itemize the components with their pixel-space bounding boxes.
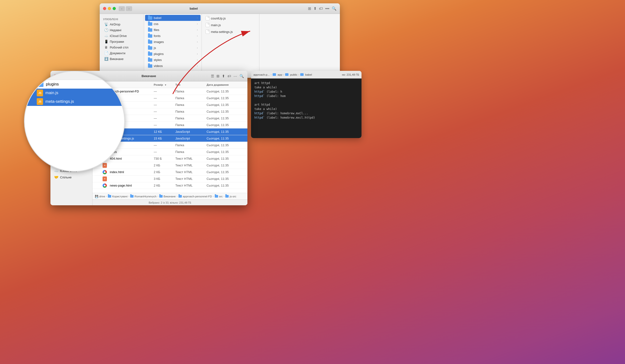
close-button-back[interactable] <box>103 7 106 10</box>
fullscreen-button-back[interactable] <box>113 7 116 10</box>
back-col1-videos[interactable]: videos › <box>145 63 201 69</box>
file-type: Папка <box>175 123 207 127</box>
sidebar-recent-back[interactable]: 🕐 Недавні <box>101 27 143 33</box>
file-type: Папка <box>175 150 207 154</box>
list-view-icon[interactable]: ☰ <box>211 74 214 78</box>
html-file-icon: H <box>103 177 107 181</box>
folder-icon-babel <box>148 16 152 20</box>
status-bar: Вибрано: 2 із 33, вільно: 231,48 ГБ <box>93 200 248 205</box>
back-col1-styles[interactable]: styles › <box>145 57 201 63</box>
breadcrumb-approach[interactable]: approach-personnel-FD <box>179 195 212 198</box>
back-col1-babel[interactable]: babel › <box>145 15 201 21</box>
file-type: Папка <box>175 143 207 147</box>
magnify-row-meta[interactable]: JS meta-settings.js <box>25 97 124 106</box>
chevron-plugins: › <box>197 53 198 55</box>
action-icon[interactable]: ⋯ <box>233 74 237 78</box>
bc-sep6: › <box>224 195 224 198</box>
file-date: Сьогодні, 11:35 <box>207 90 245 93</box>
magnify-files: plugins JS main.js JS meta-settings.js <box>25 80 124 106</box>
date-header[interactable]: Дата додавання <box>207 83 245 86</box>
back-col1-fonts[interactable]: fonts › <box>145 33 201 39</box>
type-header[interactable]: Тип <box>175 83 207 86</box>
sidebar-airdrop-back[interactable]: 📡 AirDrop <box>101 21 143 27</box>
sidebar-apps-back[interactable]: 📱 Програми <box>101 39 143 44</box>
sidebar-downloads-back[interactable]: ⬇️ Викачане <box>101 56 143 62</box>
file-date: Сьогодні, 11:35 <box>207 117 245 120</box>
more-icon-back[interactable]: ••• <box>325 6 329 11</box>
rp-sep2: › <box>283 73 284 76</box>
back-col2-countup[interactable]: countUp.js <box>203 15 258 22</box>
terminal-line: art httpd <box>254 102 358 107</box>
magnify-row-main[interactable]: JS main.js <box>25 89 124 97</box>
minimize-button-back[interactable] <box>108 7 111 10</box>
breadcrumb-users[interactable]: Користувачі <box>108 195 127 198</box>
back-col1-js[interactable]: js › <box>145 45 201 51</box>
bc-sep4: › <box>177 195 178 198</box>
breadcrumb-downloads2[interactable]: Викачане <box>159 195 176 198</box>
file-size: — <box>154 117 175 120</box>
bc-users: Користувачі <box>112 195 127 198</box>
bc-src: src <box>219 195 223 198</box>
file-size: 12 КБ <box>154 130 175 133</box>
finder-back-content: babel › css › files › <box>144 14 340 78</box>
sidebar-shared[interactable]: 🤝 Спільне <box>52 174 91 180</box>
finder-back-window: ‹ › babel ⊞ ⬆ 🏷 ••• 🔍 Улюблені 📡 AirDrop… <box>100 3 340 78</box>
folder-icon-files <box>148 28 152 32</box>
back-col1-plugins[interactable]: plugins › <box>145 51 201 57</box>
right-panel: approach-p... › app › public › babel но:… <box>251 71 362 138</box>
file-size: — <box>154 123 175 127</box>
bc-sep5: › <box>213 195 214 198</box>
share-icon[interactable]: ⬆ <box>222 74 225 78</box>
file-date: Сьогодні, 11:35 <box>207 170 245 174</box>
breadcrumb-jssrc[interactable]: js-src <box>225 195 236 198</box>
forward-button-back[interactable]: › <box>126 6 132 11</box>
back-col1-images[interactable]: images › <box>145 39 201 45</box>
folder-icon-babel <box>300 73 304 76</box>
grid-view-icon[interactable]: ⊞ <box>217 74 219 78</box>
magnify-row-plugins[interactable]: plugins <box>25 80 124 89</box>
breadcrumb-src[interactable]: src <box>215 195 223 198</box>
table-row[interactable]: H 3 КБ Текст HTML Сьогодні, 11:35 <box>93 176 248 182</box>
file-date: Сьогодні, 11:35 <box>207 110 245 113</box>
breadcrumb-drive[interactable]: 💾 drive <box>95 195 105 198</box>
chevron-images: › <box>197 41 198 43</box>
file-date: Сьогодні, 11:35 <box>207 184 245 187</box>
folder-icon-xs-dl <box>159 195 163 198</box>
folder-icon-fonts <box>148 34 152 38</box>
bc-sep3: › <box>157 195 158 198</box>
bc-drive: drive <box>99 195 105 198</box>
back-col1: babel › css › files › <box>144 14 202 78</box>
sidebar-desktop-back[interactable]: 🖥 Робочий стіл <box>101 44 143 50</box>
sidebar-back: Улюблені 📡 AirDrop 🕐 Недавні ☁️ iCloud D… <box>100 14 144 78</box>
table-row[interactable]: news-page.html 2 КБ Текст HTML Сьогодні,… <box>93 182 248 189</box>
search-icon-back[interactable]: 🔍 <box>332 6 337 11</box>
tag-icon-back[interactable]: 🏷 <box>319 6 323 11</box>
downloads-icon-back: ⬇️ <box>104 57 108 61</box>
terminal-line: httpd` (label: homebrew.mxcl.httpd) <box>254 116 358 120</box>
folder-icon-videos <box>148 64 152 68</box>
folder-icon-images <box>148 40 152 44</box>
sidebar-shared-label: Спільне <box>60 176 72 179</box>
folder-icon-xs-approach <box>179 195 182 198</box>
back-button-back[interactable]: ‹ <box>119 6 125 11</box>
columns-icon-back[interactable]: ⊞ <box>308 6 311 11</box>
sidebar-icloud-back[interactable]: ☁️ iCloud Drive <box>101 33 143 39</box>
file-date: Сьогодні, 11:35 <box>207 103 245 107</box>
folder-icon-public <box>285 73 288 76</box>
magnify-meta-label: meta-settings.js <box>45 99 74 104</box>
size-header[interactable]: Розмір ▼ <box>154 83 175 86</box>
search-icon[interactable]: 🔍 <box>240 74 244 78</box>
rp-public: public <box>290 73 297 76</box>
folder-icon-xs-roman <box>130 195 133 198</box>
file-icon-main <box>206 23 210 27</box>
back-col1-files[interactable]: files › <box>145 27 201 33</box>
back-col1-css[interactable]: css › <box>145 21 201 27</box>
tag-icon[interactable]: 🏷 <box>227 74 231 78</box>
sidebar-docs-back[interactable]: 📄 Документи <box>101 50 143 56</box>
folder-icon-xs-src <box>215 195 218 198</box>
breadcrumb-roman[interactable]: RomanHrynevych <box>130 195 156 198</box>
back-col2-main[interactable]: main.js <box>203 22 258 28</box>
share-icon-back[interactable]: ⬆ <box>313 6 316 11</box>
finder-back-title: babel <box>189 7 198 10</box>
back-col2-meta[interactable]: meta-settings.js <box>203 28 258 35</box>
